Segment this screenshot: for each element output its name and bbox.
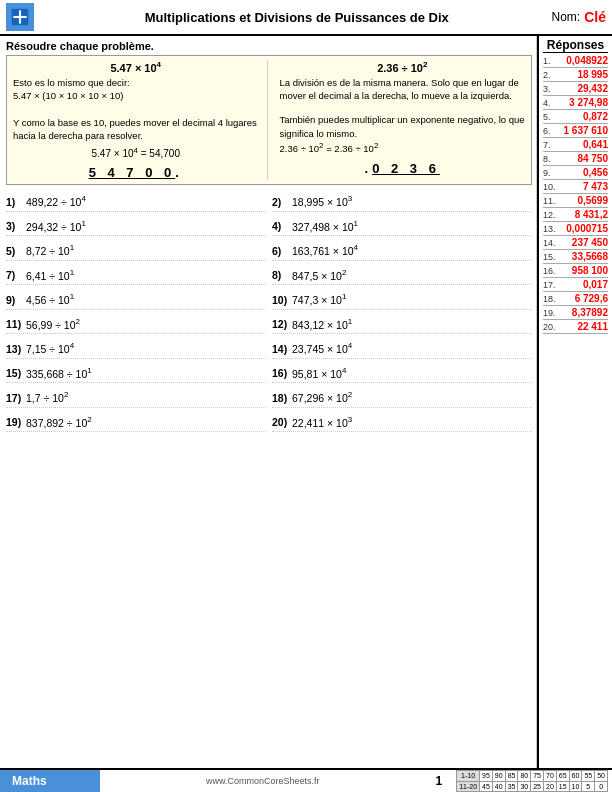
- answer-number: 5.: [543, 112, 557, 122]
- example-box: 5.47 × 104 Esto es lo mismo que decir: 5…: [6, 55, 532, 185]
- answer-number: 16.: [543, 266, 557, 276]
- problem-number: 3): [6, 220, 22, 232]
- page-footer: Maths www.CommonCoreSheets.fr 1 1-10 959…: [0, 768, 612, 792]
- problem-text: 1,7 ÷ 102: [26, 390, 68, 404]
- answer-number: 17.: [543, 280, 557, 290]
- answer-item: 6.1 637 610: [543, 125, 608, 138]
- problem-number: 8): [272, 269, 288, 281]
- answer-number: 13.: [543, 224, 557, 234]
- problem-text: 294,32 ÷ 101: [26, 219, 86, 233]
- problem-item: 17)1,7 ÷ 102: [6, 387, 266, 408]
- problem-item: 4)327,498 × 101: [272, 216, 532, 237]
- example-left-title: 5.47 × 104: [13, 60, 259, 74]
- answer-item: 7.0,641: [543, 139, 608, 152]
- answer-item: 20.22 411: [543, 321, 608, 334]
- answer-value: 6 729,6: [557, 293, 608, 304]
- problem-number: 4): [272, 220, 288, 232]
- answer-item: 1.0,048922: [543, 55, 608, 68]
- problem-item: 10)747,3 × 101: [272, 289, 532, 310]
- page-header: Multiplications et Divisions de Puissanc…: [0, 0, 612, 36]
- answer-number: 12.: [543, 210, 557, 220]
- example-left-visual: 5 4 7 0 0.: [13, 165, 259, 180]
- answer-value: 0,017: [557, 279, 608, 290]
- problem-text: 327,498 × 101: [292, 219, 358, 233]
- example-left-equation: 5.47 × 104 = 54,700: [13, 146, 259, 159]
- answer-value: 0,5699: [557, 195, 608, 206]
- answer-item: 2.18 995: [543, 69, 608, 82]
- answer-item: 19.8,37892: [543, 307, 608, 320]
- header-icon: [6, 3, 34, 31]
- answer-item: 12.8 431,2: [543, 209, 608, 222]
- problem-number: 5): [6, 245, 22, 257]
- answer-value: 1 637 610: [557, 125, 608, 136]
- page-title: Multiplications et Divisions de Puissanc…: [42, 10, 552, 25]
- answer-item: 9.0,456: [543, 167, 608, 180]
- problem-text: 843,12 × 101: [292, 317, 352, 331]
- answer-number: 1.: [543, 56, 557, 66]
- problem-text: 163,761 × 104: [292, 243, 358, 257]
- answer-number: 4.: [543, 98, 557, 108]
- problem-item: 11)56,99 ÷ 102: [6, 314, 266, 335]
- answer-item: 17.0,017: [543, 279, 608, 292]
- problem-item: 12)843,12 × 101: [272, 314, 532, 335]
- problem-number: 7): [6, 269, 22, 281]
- answer-item: 5.0,872: [543, 111, 608, 124]
- problem-text: 747,3 × 101: [292, 292, 346, 306]
- answer-value: 33,5668: [557, 251, 608, 262]
- main-layout: Résoudre chaque problème. 5.47 × 104 Est…: [0, 36, 612, 768]
- answer-value: 237 450: [557, 237, 608, 248]
- problem-number: 12): [272, 318, 288, 330]
- problem-item: 2)18,995 × 103: [272, 191, 532, 212]
- answer-number: 11.: [543, 196, 557, 206]
- answer-value: 0,000715: [557, 223, 608, 234]
- problem-text: 6,41 ÷ 101: [26, 268, 74, 282]
- answer-item: 15.33,5668: [543, 251, 608, 264]
- problem-text: 23,745 × 104: [292, 341, 352, 355]
- answer-item: 8.84 750: [543, 153, 608, 166]
- footer-url: www.CommonCoreSheets.fr: [100, 776, 425, 786]
- answer-number: 15.: [543, 252, 557, 262]
- problem-text: 56,99 ÷ 102: [26, 317, 80, 331]
- problem-item: 9)4,56 ÷ 101: [6, 289, 266, 310]
- problem-text: 18,995 × 103: [292, 194, 352, 208]
- problem-number: 2): [272, 196, 288, 208]
- problem-number: 11): [6, 318, 22, 330]
- answer-number: 7.: [543, 140, 557, 150]
- problem-text: 335,668 ÷ 101: [26, 366, 92, 380]
- problem-item: 13)7,15 ÷ 104: [6, 338, 266, 359]
- problem-number: 19): [6, 416, 22, 428]
- problem-number: 18): [272, 392, 288, 404]
- problem-item: 3)294,32 ÷ 101: [6, 216, 266, 237]
- problem-number: 1): [6, 196, 22, 208]
- answer-number: 3.: [543, 84, 557, 94]
- problem-item: 19)837,892 ÷ 102: [6, 412, 266, 433]
- answer-number: 2.: [543, 70, 557, 80]
- example-right: 2.36 ÷ 102 La división es de la misma ma…: [276, 60, 526, 180]
- answer-value: 0,048922: [557, 55, 608, 66]
- problem-text: 95,81 × 104: [292, 366, 346, 380]
- problem-number: 15): [6, 367, 22, 379]
- problem-text: 4,56 ÷ 101: [26, 292, 74, 306]
- example-right-text1: La división es de la misma manera. Solo …: [280, 76, 526, 103]
- answers-title: Réponses: [543, 38, 608, 53]
- problem-text: 7,15 ÷ 104: [26, 341, 74, 355]
- problem-item: 6)163,761 × 104: [272, 240, 532, 261]
- problem-item: 8)847,5 × 102: [272, 265, 532, 286]
- problem-number: 17): [6, 392, 22, 404]
- example-left: 5.47 × 104 Esto es lo mismo que decir: 5…: [13, 60, 268, 180]
- answer-value: 0,456: [557, 167, 608, 178]
- problem-item: 20)22,411 × 103: [272, 412, 532, 433]
- problem-text: 22,411 × 103: [292, 415, 352, 429]
- answers-panel: Réponses 1.0,0489222.18 9953.29,4324.3 2…: [537, 36, 612, 768]
- footer-maths-label: Maths: [0, 770, 100, 792]
- problem-item: 7)6,41 ÷ 101: [6, 265, 266, 286]
- answer-number: 14.: [543, 238, 557, 248]
- content-area: Résoudre chaque problème. 5.47 × 104 Est…: [0, 36, 537, 768]
- problem-text: 847,5 × 102: [292, 268, 346, 282]
- cle-label: Clé: [584, 9, 606, 25]
- answer-number: 9.: [543, 168, 557, 178]
- problem-number: 10): [272, 294, 288, 306]
- problem-item: 14)23,745 × 104: [272, 338, 532, 359]
- problem-item: 5)8,72 ÷ 101: [6, 240, 266, 261]
- problem-number: 6): [272, 245, 288, 257]
